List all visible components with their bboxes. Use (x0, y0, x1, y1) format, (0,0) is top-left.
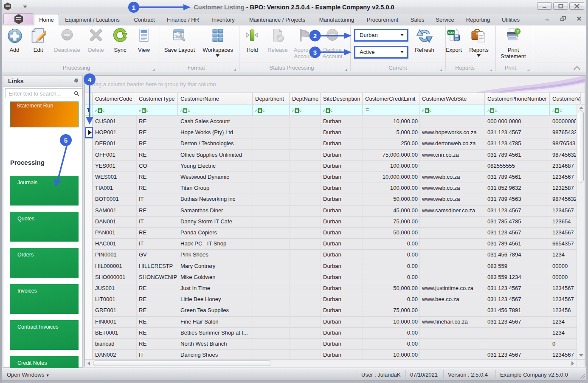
svg-text:XLSX: XLSX (447, 31, 455, 34)
svg-text:?: ? (516, 29, 519, 34)
